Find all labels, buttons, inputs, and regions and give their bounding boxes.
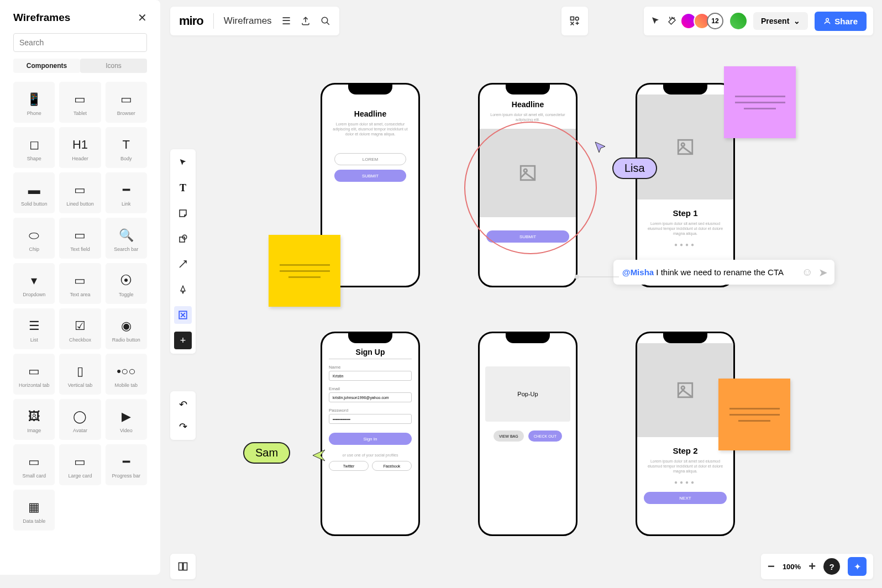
tab-components[interactable]: Components [13,59,80,73]
component-label: Vertical tab [68,382,93,388]
component-dropdown[interactable]: ▾Dropdown [13,263,55,304]
wf-step-title: Step 1 [637,208,733,218]
panel-title: Wireframes [13,12,70,24]
component-image[interactable]: 🖼Image [13,399,55,440]
wf-popup-block: Pop-Up [485,366,570,422]
wireframe-phone-signup[interactable]: Sign Up Name Kristin Email kristin.johns… [321,332,420,536]
component-small-card[interactable]: ▭Small card [13,444,55,485]
wireframe-panel: Wireframes ✕ Components Icons 📱Phone▭Tab… [0,0,160,575]
component-radio-button[interactable]: ◉Radio button [106,308,147,349]
component-label: Mobile tab [115,382,138,388]
wf-twitter-button: Twitter [329,461,369,471]
sticky-note-pink[interactable] [724,66,796,138]
tab-icons[interactable]: Icons [80,59,147,73]
wf-body-text: Lorem ipsum dolor sit amet sed eiusmod e… [637,459,733,474]
comment-box[interactable]: @Misha I think we need to rename the CTA… [613,260,834,285]
wf-page-dots: ●●●● [637,479,733,485]
phone-notch [663,85,707,95]
component-solid-button[interactable]: ▬Solid button [13,172,55,213]
cursor-label-lisa: Lisa [612,158,657,179]
component-link[interactable]: ━Link [106,172,147,213]
component-list[interactable]: ☰List [13,308,55,349]
component-label: Progress bar [112,473,141,479]
component-chip[interactable]: ⬭Chip [13,218,55,259]
component-mobile-tab[interactable]: •○○Mobile tab [106,354,147,395]
component-horizontal-tab[interactable]: ▭Horizontal tab [13,354,55,395]
component-data-table[interactable]: ▦Data table [13,490,55,531]
component-label: Shape [27,156,41,161]
component-text-field[interactable]: ▭Text field [59,218,101,259]
component-label: Link [122,201,131,207]
component-label: Checkbox [69,337,91,343]
phone-notch [506,333,550,343]
search-input[interactable] [13,33,147,52]
sticky-note-orange[interactable] [718,379,790,450]
component-toggle[interactable]: ⦿Toggle [106,263,147,304]
emoji-icon[interactable]: ☺ [802,266,813,279]
component-icon: 🖼 [28,406,40,428]
component-search-bar[interactable]: 🔍Search bar [106,218,147,259]
send-icon[interactable]: ➤ [818,266,828,279]
component-large-card[interactable]: ▭Large card [59,444,101,485]
phone-notch [663,333,707,343]
cursor-label-sam: Sam [243,442,290,464]
component-icon: ◯ [73,406,87,428]
component-tablet[interactable]: ▭Tablet [59,82,101,123]
annotation-circle[interactable] [464,122,597,254]
component-icon: ▾ [31,270,37,292]
svg-point-14 [681,386,685,390]
component-video[interactable]: ▶Video [106,399,147,440]
comment-connector [575,274,619,280]
close-icon[interactable]: ✕ [138,11,147,24]
component-phone[interactable]: 📱Phone [13,82,55,123]
component-icon: ◉ [121,315,132,337]
component-progress-bar[interactable]: ━Progress bar [106,444,147,485]
component-icon: ▭ [74,88,86,111]
component-icon: ━ [123,179,130,201]
wf-label-name: Name [329,365,412,370]
component-icon: ▶ [122,406,131,428]
component-label: Horizontal tab [19,382,50,388]
wf-secondary-button: LOREM [334,153,406,165]
canvas[interactable]: Headline Lorem ipsum dolor sit amet, con… [166,0,882,588]
component-icon: ━ [123,451,130,473]
component-icon: T [123,134,130,156]
wf-social-prompt: or use one of your social profiles [322,453,418,458]
cursor-icon [312,449,327,462]
component-checkbox[interactable]: ☑Checkbox [59,308,101,349]
component-avatar[interactable]: ◯Avatar [59,399,101,440]
component-label: Body [120,156,132,161]
component-icon: 📱 [27,88,41,111]
wireframe-phone-3[interactable]: Step 1 Lorem ipsum dolor sit amet sed ei… [636,83,735,287]
component-text-area[interactable]: ▭Text area [59,263,101,304]
component-icon: ▭ [28,451,40,473]
wf-input-email: kristin.johnson1996@yahoo.com [329,392,412,402]
component-label: Solid button [21,201,48,207]
component-icon: 🔍 [119,224,134,246]
component-vertical-tab[interactable]: ▯Vertical tab [59,354,101,395]
phone-notch [348,85,392,95]
component-label: Search bar [114,246,138,252]
comment-mention: @Misha [622,267,654,277]
component-lined-button[interactable]: ▭Lined button [59,172,101,213]
wf-body-text: Lorem ipsum dolor sit amet elit, consect… [480,112,576,122]
component-shape[interactable]: ◻Shape [13,127,55,168]
wf-page-dots: ●●●● [637,242,733,248]
component-icon: ▦ [28,496,40,518]
sticky-note-yellow[interactable] [269,235,340,307]
component-browser[interactable]: ▭Browser [106,82,147,123]
component-header[interactable]: H1Header [59,127,101,168]
wf-body-text: Lorem ipsum dolor sit amet sed eiusmod e… [637,221,733,236]
wf-input-name: Kristin [329,371,412,381]
cursor-icon [594,141,607,154]
component-label: Small card [22,473,46,479]
component-body[interactable]: TBody [106,127,147,168]
wf-title: Sign Up [322,348,418,356]
component-icon: ▭ [120,88,132,111]
component-icon: ⬭ [29,224,39,246]
component-icon: ▭ [74,451,86,473]
component-icon: ▭ [28,360,40,382]
component-label: Radio button [112,337,140,343]
wireframe-phone-popup[interactable]: Pop-Up VIEW BAG CHECK OUT [478,332,578,536]
wf-checkout-button: CHECK OUT [528,431,562,442]
